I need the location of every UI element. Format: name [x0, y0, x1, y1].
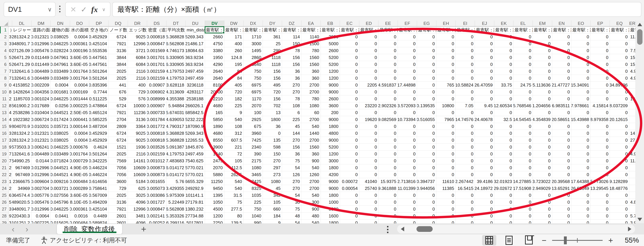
data-cell[interactable]: 0 [436, 130, 456, 137]
data-cell[interactable]: 0 [533, 68, 552, 75]
data-cell[interactable]: 3364 [128, 123, 147, 130]
data-cell[interactable]: 0 [398, 157, 417, 164]
data-cell[interactable]: 249292.9 [186, 185, 205, 192]
data-cell[interactable]: 0.001012 [147, 157, 166, 164]
data-cell[interactable]: 3.60E-05 [70, 61, 89, 68]
data-cell[interactable]: 0.017424 [51, 116, 70, 123]
data-cell[interactable]: 200 [321, 109, 340, 116]
data-cell[interactable]: 363.9234 [186, 54, 205, 61]
data-cell[interactable]: 0 [378, 95, 398, 102]
data-cell[interactable]: 0 [591, 33, 610, 40]
field-name-cell[interactable]: 最寄駅：距 [514, 26, 533, 33]
data-cell[interactable]: 0 [591, 75, 610, 82]
field-name-cell[interactable]: 最寄駅：距 [610, 26, 629, 33]
data-cell[interactable]: 0.002141 [147, 213, 166, 220]
data-cell[interactable]: 0 [398, 109, 417, 116]
data-cell[interactable]: 2116 [128, 151, 147, 157]
data-cell[interactable]: 0 [359, 54, 379, 61]
data-cell[interactable]: 8.10E-05 [70, 199, 89, 206]
data-cell[interactable]: 0 [494, 33, 514, 40]
data-cell[interactable]: 3 [9, 40, 12, 47]
data-cell[interactable]: 0.000729 [70, 157, 89, 164]
data-cell[interactable]: 9450 [205, 185, 224, 192]
data-cell[interactable]: 0 [417, 95, 436, 102]
data-cell[interactable]: 0 [436, 213, 456, 220]
data-cell[interactable]: 0 [591, 157, 610, 164]
data-cell[interactable]: 750 [244, 75, 263, 82]
data-cell[interactable]: 0 [571, 47, 591, 54]
data-cell[interactable]: 6.983511 [552, 102, 572, 109]
data-cell[interactable]: 0 [571, 109, 591, 116]
data-cell[interactable]: 0 [398, 213, 417, 220]
data-cell[interactable]: 0.944056 [417, 185, 436, 192]
data-cell[interactable]: 0 [552, 68, 572, 75]
data-cell[interactable]: 0 [456, 206, 475, 213]
data-cell[interactable]: 54 [282, 220, 302, 224]
field-name-cell[interactable]: ノード数 [108, 26, 128, 33]
data-cell[interactable]: 4.354839 [533, 116, 552, 123]
data-cell[interactable]: 0 [610, 89, 629, 95]
data-cell[interactable]: 26.47059 [475, 82, 494, 89]
field-name-cell[interactable]: エッジ数 [128, 26, 147, 33]
column-header-EK[interactable]: EK [494, 20, 514, 26]
data-cell[interactable]: 0 [456, 199, 475, 206]
row-header-25[interactable]: 25 [0, 192, 9, 199]
data-cell[interactable]: 0 [417, 68, 436, 75]
data-cell[interactable]: 0.009604 [32, 178, 51, 185]
data-cell[interactable]: 0.000818 [147, 33, 166, 40]
data-cell[interactable]: 0 [610, 95, 629, 102]
data-cell[interactable]: 3.429355 [166, 185, 186, 192]
data-cell[interactable]: 0.002704 [32, 185, 51, 192]
data-cell[interactable]: 540 [224, 116, 244, 123]
data-cell[interactable]: 0 [552, 75, 572, 82]
data-cell[interactable]: 0 [591, 54, 610, 61]
data-cell[interactable]: 967469 [12, 164, 32, 171]
data-cell[interactable]: 34969 [12, 185, 32, 192]
data-cell[interactable]: 0 [378, 61, 398, 68]
data-cell[interactable]: 0.446224 [89, 171, 108, 178]
data-cell[interactable]: 7.978661 [571, 102, 591, 109]
data-cell[interactable]: 0 [340, 220, 359, 224]
data-cell[interactable]: 18.48776 [610, 185, 629, 192]
data-cell[interactable]: 2070 [205, 164, 224, 171]
data-cell[interactable]: 1800 [321, 220, 340, 224]
data-cell[interactable]: 3000 [321, 206, 340, 213]
data-cell[interactable]: 7 [9, 68, 12, 75]
column-header-EF[interactable]: EF [398, 20, 417, 26]
data-cell[interactable]: 19620 [359, 116, 379, 123]
data-cell[interactable]: 0 [591, 199, 610, 206]
data-cell[interactable]: 400 [128, 82, 147, 89]
data-cell[interactable]: 0 [475, 33, 494, 40]
data-cell[interactable]: 0 [436, 95, 456, 102]
data-cell[interactable]: 0.012996 [32, 40, 51, 47]
field-name-cell[interactable]: 最寄駅：距 [475, 26, 494, 33]
data-cell[interactable]: 0 [340, 75, 359, 82]
data-cell[interactable]: 0.001784 [147, 116, 166, 123]
data-cell[interactable]: 297 [263, 164, 282, 171]
data-cell[interactable]: 364574.4 [12, 192, 32, 199]
data-cell[interactable]: 685842.5 [186, 109, 205, 116]
field-name-cell[interactable]: 最寄駅：距 [417, 26, 436, 33]
data-cell[interactable]: 0 [398, 192, 417, 199]
data-cell[interactable]: 4.591837 [378, 82, 398, 89]
data-cell[interactable]: 45 [282, 123, 302, 130]
data-cell[interactable]: 5184 [128, 178, 147, 185]
field-name-cell[interactable]: 最寄駅：距 [282, 26, 302, 33]
data-cell[interactable]: 0 [475, 68, 494, 75]
data-cell[interactable]: 1380.232 [186, 206, 205, 213]
data-cell[interactable]: 2700 [302, 116, 321, 123]
data-cell[interactable]: 8100 [205, 82, 224, 89]
data-cell[interactable]: 0.487204 [89, 123, 108, 130]
data-cell[interactable]: 780 [302, 95, 321, 102]
data-cell[interactable]: 0.511225 [89, 95, 108, 102]
data-cell[interactable]: 0 [456, 33, 475, 40]
data-cell[interactable]: 4153852 [12, 82, 32, 89]
data-cell[interactable]: 0 [514, 75, 533, 82]
row-header-3[interactable]: 3 [0, 40, 9, 47]
data-cell[interactable]: 2700 [302, 137, 321, 144]
data-cell[interactable]: 2497.459 [186, 151, 205, 157]
data-cell[interactable]: 0 [494, 54, 514, 61]
data-cell[interactable]: 0.005476 [32, 47, 51, 54]
data-cell[interactable]: 0 [514, 144, 533, 151]
data-cell[interactable]: 0.044521 [51, 164, 70, 171]
